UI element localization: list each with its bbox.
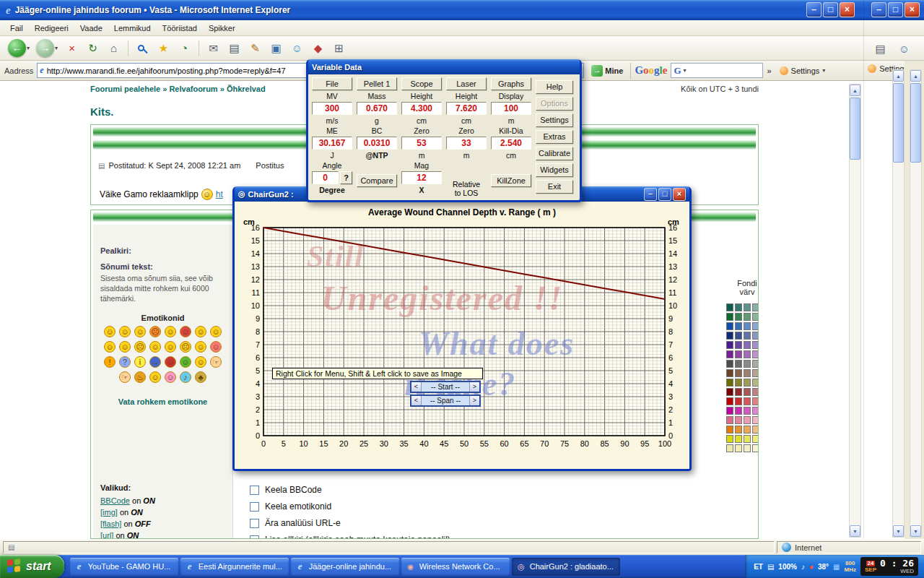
emoticon-smile2[interactable]: ☺ bbox=[104, 341, 116, 353]
scrollbar-track[interactable] bbox=[850, 96, 860, 525]
forward-button[interactable]: → ▾ bbox=[34, 39, 60, 57]
color-swatch[interactable] bbox=[726, 388, 733, 396]
go-button[interactable]: → Mine bbox=[588, 64, 627, 78]
battery-indicator[interactable]: 100% bbox=[778, 563, 797, 571]
color-swatch[interactable] bbox=[752, 407, 759, 415]
vd-value-field[interactable]: 0.670 bbox=[357, 102, 397, 115]
favorites-icon[interactable]: ★ bbox=[154, 38, 173, 58]
outer-close-button[interactable]: × bbox=[905, 2, 920, 17]
edit-icon[interactable]: ✎ bbox=[245, 38, 265, 58]
keyboard-icon[interactable]: ▤ bbox=[767, 563, 774, 571]
variable-data-titlebar[interactable]: Variable Data bbox=[308, 59, 580, 74]
emoticon-cool[interactable]: ☺ bbox=[195, 326, 206, 337]
emoticon-neutral[interactable]: ☺ bbox=[119, 341, 131, 353]
emoticon-surprised[interactable]: ☺ bbox=[149, 341, 161, 353]
frame-scrollbar[interactable]: ▲ ▼ bbox=[892, 69, 905, 538]
maximize-button[interactable]: □ bbox=[658, 188, 671, 201]
option-link[interactable]: [url] bbox=[100, 531, 113, 539]
color-swatch[interactable] bbox=[752, 322, 759, 330]
vd-value-field[interactable]: 7.620 bbox=[446, 102, 487, 115]
emoticon-confused[interactable]: ☹ bbox=[180, 341, 191, 353]
option-link[interactable]: [flash] bbox=[100, 519, 121, 528]
vd-compare-button[interactable]: Compare bbox=[357, 174, 397, 187]
color-swatch[interactable] bbox=[726, 416, 733, 424]
emoticon-biggrin[interactable]: ☺ bbox=[119, 326, 131, 337]
emoticon-party[interactable]: ☺ bbox=[165, 371, 176, 383]
emoticon-exclaim[interactable]: ! bbox=[104, 356, 116, 368]
back-dropdown-icon[interactable]: ▾ bbox=[27, 45, 30, 51]
color-swatch[interactable] bbox=[744, 313, 751, 321]
color-swatch[interactable] bbox=[744, 435, 751, 443]
color-swatch[interactable] bbox=[752, 426, 759, 434]
color-swatch[interactable] bbox=[735, 379, 742, 387]
color-swatch[interactable] bbox=[726, 332, 733, 340]
color-swatch[interactable] bbox=[752, 388, 759, 396]
color-swatch[interactable] bbox=[726, 303, 733, 311]
color-swatch[interactable] bbox=[752, 341, 759, 349]
color-swatch[interactable] bbox=[726, 397, 733, 405]
color-swatch[interactable] bbox=[752, 416, 759, 424]
more-emoticons-link[interactable]: Vata rohkem emotikone bbox=[93, 397, 232, 406]
menu-item-t-riistad[interactable]: Tööriistad bbox=[157, 22, 203, 35]
color-swatch[interactable] bbox=[744, 397, 751, 405]
emoticon-question[interactable]: ? bbox=[119, 356, 131, 368]
color-swatch[interactable] bbox=[744, 416, 751, 424]
color-swatch[interactable] bbox=[752, 435, 759, 443]
color-swatch[interactable] bbox=[726, 379, 733, 387]
vd-help-button[interactable]: Help bbox=[536, 80, 573, 94]
menu-item-spikker[interactable]: Spikker bbox=[203, 22, 241, 35]
scroll-down-button[interactable]: ▼ bbox=[910, 525, 921, 537]
stop-icon[interactable]: × bbox=[62, 38, 82, 58]
page-scrollbar[interactable]: ▲ ▼ bbox=[849, 84, 861, 538]
vd-value-field[interactable]: 12 bbox=[401, 171, 442, 184]
color-swatch[interactable] bbox=[744, 360, 751, 368]
alert-icon[interactable]: ● bbox=[809, 563, 814, 571]
color-swatch[interactable] bbox=[744, 444, 751, 452]
color-swatch[interactable] bbox=[735, 435, 742, 443]
color-swatch[interactable] bbox=[735, 341, 742, 349]
outer-maximize-button[interactable]: □ bbox=[888, 2, 903, 17]
taskbar-item-chairgun2-gl[interactable]: ◎ChairGun2 : gladiaato... bbox=[512, 558, 620, 576]
color-swatch[interactable] bbox=[726, 407, 733, 415]
breadcrumb-links[interactable]: Foorumi pealehele » Relvafoorum » Õhkrel… bbox=[90, 85, 266, 93]
emoticon-toast[interactable]: ♣ bbox=[195, 371, 206, 383]
color-swatch[interactable] bbox=[735, 388, 742, 396]
start-decrease-button[interactable]: < bbox=[411, 382, 422, 392]
scrollbar-thumb[interactable] bbox=[893, 83, 904, 163]
vd-value-field[interactable]: 0 bbox=[312, 171, 339, 184]
tray-clock[interactable]: 24 SEP 0 : 26 WED bbox=[860, 557, 918, 576]
history-icon[interactable]: ◔ bbox=[175, 38, 194, 58]
start-increase-button[interactable]: > bbox=[469, 382, 479, 392]
scroll-down-button[interactable]: ▼ bbox=[850, 525, 860, 537]
option-link[interactable]: BBCode bbox=[100, 496, 130, 505]
scroll-up-button[interactable]: ▲ bbox=[850, 85, 860, 96]
volume-icon[interactable]: ♪ bbox=[801, 563, 805, 571]
emoticon-eek[interactable]: ☺ bbox=[165, 341, 176, 353]
vd-killzone-button[interactable]: KillZone bbox=[491, 174, 531, 187]
span-increase-button[interactable]: > bbox=[469, 396, 479, 405]
vd-scope-button[interactable]: Scope bbox=[401, 77, 442, 90]
minimize-button[interactable]: – bbox=[644, 188, 657, 201]
color-swatch[interactable] bbox=[735, 426, 742, 434]
color-swatch[interactable] bbox=[735, 360, 742, 368]
vd-value-field[interactable]: 4.300 bbox=[401, 102, 442, 115]
color-swatch[interactable] bbox=[726, 360, 733, 368]
color-swatch[interactable] bbox=[744, 388, 751, 396]
google-search-box[interactable]: G ▾ bbox=[671, 63, 763, 78]
color-swatch[interactable] bbox=[744, 350, 751, 358]
option-link[interactable]: [img] bbox=[100, 508, 118, 517]
emoticon-sad[interactable]: ☹ bbox=[134, 341, 146, 353]
vd-value-field[interactable]: 53 bbox=[401, 137, 442, 150]
checkbox[interactable] bbox=[250, 486, 259, 495]
color-swatch[interactable] bbox=[726, 313, 733, 321]
scrollbar-track[interactable] bbox=[893, 82, 904, 525]
emoticon-twisted[interactable]: ☺ bbox=[180, 326, 191, 337]
emoticon-dance[interactable]: ♪ bbox=[180, 371, 191, 383]
vd-widgets-button[interactable]: Widgets bbox=[536, 163, 573, 177]
color-swatch[interactable] bbox=[735, 397, 742, 405]
emoticon-smirk[interactable]: ☺ bbox=[195, 356, 206, 368]
color-swatch[interactable] bbox=[752, 397, 759, 405]
emoticon-rolleyes[interactable]: ☺ bbox=[195, 341, 206, 353]
emoticon-smile[interactable]: ☺ bbox=[104, 326, 116, 337]
color-swatch[interactable] bbox=[735, 416, 742, 424]
